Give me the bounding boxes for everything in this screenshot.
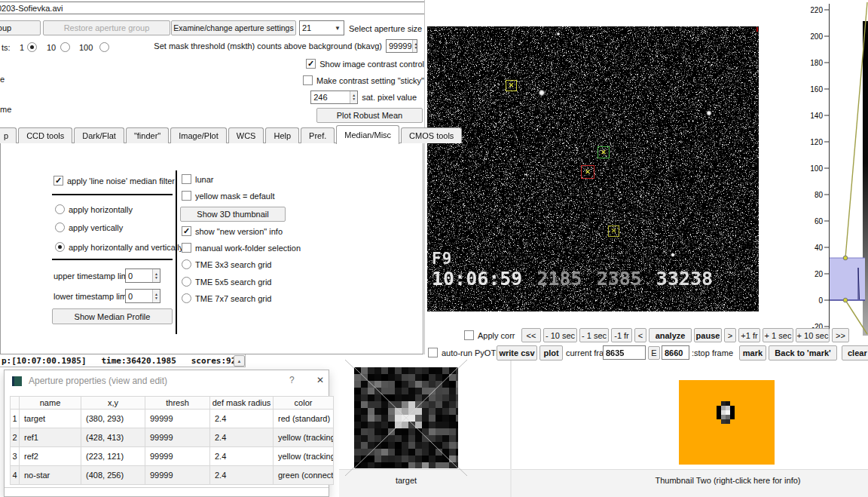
playback--button[interactable]: >> [832,328,849,342]
plot-robust-mean-button[interactable]: Plot Robust Mean [316,108,423,123]
spinner-arrows-icon[interactable]: ▲▼ [412,40,417,52]
stop-frame-field[interactable]: 8660 [662,345,689,360]
playback-1sec-button[interactable]: + 1 sec [763,328,793,342]
show-median-profile-button[interactable]: Show Median Profile [52,308,173,324]
increment-1-radio[interactable] [27,42,37,52]
aperture-radius-cell[interactable]: 2.4 [210,428,274,447]
auto-run-pyote-checkbox[interactable] [428,348,438,357]
filename-field[interactable]: 0203-Sofievka.avi [0,2,425,14]
aperture-radius-cell[interactable]: 2.4 [210,447,274,466]
aperture-xy-cell[interactable]: (408, 256) [81,466,145,485]
tme-3x3-radio[interactable] [182,259,191,269]
thumbnail-two-image[interactable] [679,380,775,465]
tab-ccd-tools[interactable]: CCD tools [18,127,72,143]
aperture-marker-yellow-1[interactable]: ✕ [506,80,517,91]
playback--button[interactable]: < [634,328,646,342]
aperture-name-cell[interactable]: target [20,410,81,428]
svg-text:160: 160 [811,85,823,94]
playback--button[interactable]: > [724,328,736,342]
increment-100-radio[interactable] [99,42,109,52]
tab-median-misc[interactable]: Median/Misc [336,125,399,144]
tab-cmos-tools[interactable]: CMOS tools [401,127,462,143]
tme-7x7-radio[interactable] [182,293,191,303]
e-button[interactable]: E [648,346,660,360]
apply-horizontal-radio[interactable] [55,204,65,214]
line-noise-checkbox[interactable]: ✓ [53,176,63,186]
tme-5x5-radio[interactable] [182,277,191,287]
aperture-size-select[interactable]: 21 ▼ [299,20,344,35]
examine-aperture-settings-button[interactable]: Examine/change aperture settings [171,20,296,35]
spinner-arrows-icon[interactable]: ▲▼ [152,269,160,282]
aperture-radius-cell[interactable]: 2.4 [210,466,274,485]
lunar-checkbox[interactable] [182,174,191,184]
aperture-name-cell[interactable]: ref2 [20,447,81,466]
aperture-thresh-cell[interactable]: 99999 [145,447,210,466]
aperture-color-cell[interactable]: red (standard) [274,410,334,428]
aperture-marker-green[interactable]: ✕ [598,146,610,158]
target-thumbnail-image[interactable] [354,367,458,468]
plot-button[interactable]: plot [539,345,563,360]
spinner-arrows-icon[interactable]: ▲▼ [350,91,357,103]
yellow-mask-checkbox[interactable] [182,191,191,201]
playback--button[interactable]: << [521,328,541,342]
aperture-name-cell[interactable]: ref1 [20,428,81,447]
aperture-thresh-cell[interactable]: 99999 [145,428,210,447]
sticky-contrast-checkbox[interactable] [303,75,313,85]
aperture-marker-red[interactable]: ✕ [581,165,594,179]
tab-pref-[interactable]: Pref. [301,127,335,143]
aperture-color-cell[interactable]: green (connect t... [274,466,334,485]
aperture-xy-cell[interactable]: (428, 413) [81,428,145,447]
scroll-up-arrow-icon[interactable]: ▲ [234,355,245,367]
spinner-arrows-icon[interactable]: ▲▼ [152,290,160,302]
sat-pixel-spinner[interactable]: 246 ▲▼ [310,91,358,104]
tab-help[interactable]: Help [265,127,299,143]
tab-p[interactable]: p [0,127,17,143]
column-header-defmaskradius: def mask radius [210,396,274,410]
curve-handle-high[interactable] [843,256,848,260]
aperture-xy-cell[interactable]: (223, 121) [81,447,145,466]
new-version-checkbox[interactable]: ✓ [182,226,191,236]
lower-limit-spinner[interactable]: 0 ▲▼ [125,289,160,303]
show-3d-thumbnail-button[interactable]: Show 3D thumbnail [180,207,286,222]
tab-wcs[interactable]: WCS [228,127,264,143]
aperture-color-cell[interactable]: yellow (tracking ... [274,447,334,466]
playback-1fr-button[interactable]: -1 fr [611,328,632,342]
aperture-color-cell[interactable]: yellow (tracking ... [274,428,334,447]
playback-10sec-button[interactable]: + 10 sec [796,328,830,342]
upper-limit-spinner[interactable]: 0 ▲▼ [125,268,160,283]
manual-folder-checkbox[interactable] [182,243,191,253]
mark-button[interactable]: mark [739,345,766,360]
write-csv-button[interactable]: write csv [497,345,537,360]
aperture-xy-cell[interactable]: (380, 293) [81,410,145,428]
restore-aperture-group-button[interactable]: Restore aperture group [43,20,170,35]
contrast-region[interactable] [830,258,865,300]
playback-1sec-button[interactable]: - 1 sec [579,328,609,342]
playback-10sec-button[interactable]: - 10 sec [543,328,577,342]
mask-threshold-spinner[interactable]: 99999 ▲▼ [386,39,417,53]
tab-image-plot[interactable]: Image/Plot [170,127,227,143]
playback-analyze-button[interactable]: analyze [649,328,692,342]
apply-vertical-radio[interactable] [55,222,65,232]
playback-pause-button[interactable]: pause [694,328,722,342]
increment-10-radio[interactable] [60,42,70,52]
aperture-thresh-cell[interactable]: 99999 [145,410,210,428]
tab--finder-[interactable]: "finder" [126,127,169,143]
clear-data-button[interactable]: clear d [842,345,868,360]
main-image-view[interactable]: ✕ ✕ ✕ ✕ F9 10:06:59 2185 2385 33238 [427,26,759,311]
back-to-mark-button[interactable]: Back to 'mark' [769,345,837,360]
aperture-thresh-cell[interactable]: 99999 [145,466,210,485]
dialog-scrollbar-track[interactable] [5,487,329,488]
dialog-help-button[interactable]: ? [289,375,295,385]
show-contrast-checkbox[interactable]: ✓ [306,59,316,69]
aperture-radius-cell[interactable]: 2.4 [210,410,274,428]
curve-handle-low[interactable] [843,298,848,302]
aperture-group-button[interactable]: oup [0,20,41,35]
apply-both-radio[interactable] [55,242,65,252]
playback-1fr-button[interactable]: +1 fr [738,328,760,342]
apply-corr-checkbox[interactable] [464,330,474,340]
current-frame-field[interactable]: 8635 [603,345,646,360]
tab-dark-flat[interactable]: Dark/Flat [74,127,124,143]
aperture-name-cell[interactable]: no-star [20,466,81,485]
close-icon[interactable]: ✕ [316,375,324,385]
aperture-marker-yellow-2[interactable]: ✕ [608,225,619,237]
